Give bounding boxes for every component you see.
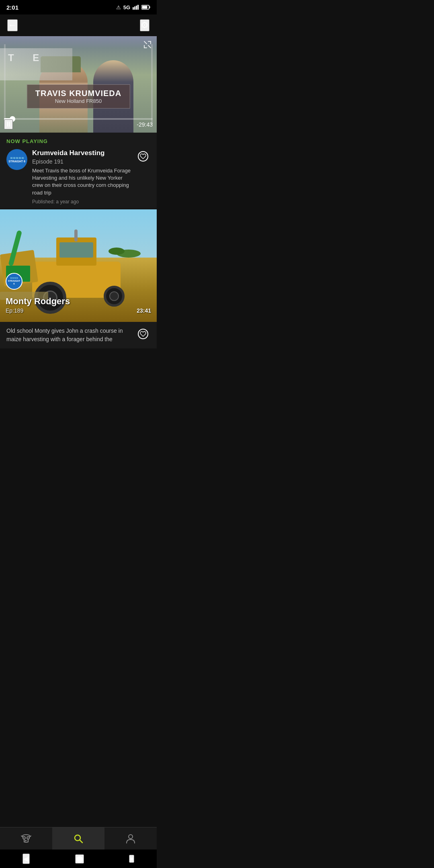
- video-description-row: Old school Monty gives John a crash cour…: [0, 322, 157, 348]
- favorite-button[interactable]: [136, 149, 150, 164]
- warning-icon: ⚠: [116, 4, 121, 10]
- video-duration: 23:41: [137, 307, 151, 314]
- episode-info: Krumveida Harvesting Episode 191 Meet Tr…: [32, 149, 131, 205]
- settings-button[interactable]: ⚙: [140, 19, 149, 31]
- pause-button[interactable]: ⏸: [4, 119, 13, 129]
- now-playing-section: NOW PLAYING ≋≋≋≋≋ STRAIGHT 6 Krumveida H…: [0, 133, 157, 209]
- svg-rect-3: [137, 5, 139, 10]
- video-player[interactable]: T E TRAVIS KRUMVIEDA New Holland FR850 ⏸…: [0, 36, 157, 133]
- network-label: 5G: [123, 4, 130, 10]
- top-nav: ← ⚙: [0, 14, 157, 36]
- svg-rect-1: [134, 6, 135, 10]
- episode-published: Published: a year ago: [32, 199, 131, 205]
- next-video-card[interactable]: ≋≋≋≋ STRAIGHT6 Monty Rodgers Ep:189 23:4…: [0, 209, 157, 322]
- channel-avatar-small: ≋≋≋≋ STRAIGHT6: [6, 273, 23, 290]
- status-time: 2:01: [6, 4, 18, 11]
- video-overlay-info: TRAVIS KRUMVIEDA New Holland FR850: [27, 84, 130, 108]
- video-card-info: Monty Rodgers Ep:189: [6, 296, 151, 314]
- episode-description: Meet Travis the boss of Krumveida Forage…: [32, 167, 131, 197]
- svg-rect-0: [133, 7, 134, 10]
- heart-icon: [138, 151, 148, 162]
- channel-avatar: ≋≋≋≋≋ STRAIGHT 6: [6, 149, 27, 170]
- status-bar: 2:01 ⚠ 5G: [0, 0, 157, 14]
- expand-icon[interactable]: [143, 40, 152, 51]
- now-playing-label: NOW PLAYING: [6, 138, 150, 144]
- time-remaining: -29:43: [137, 121, 153, 128]
- battery-icon: [141, 5, 150, 10]
- next-video-title: Monty Rodgers: [6, 296, 151, 307]
- next-video-favorite-button[interactable]: [136, 327, 150, 341]
- player-controls: ⏸ -29:43: [4, 119, 153, 129]
- episode-title: Krumveida Harvesting: [32, 149, 131, 157]
- next-heart-icon: [138, 329, 148, 339]
- current-episode-card: ≋≋≋≋≋ STRAIGHT 6 Krumveida Harvesting Ep…: [6, 149, 150, 205]
- svg-rect-5: [149, 6, 150, 8]
- svg-rect-6: [142, 6, 147, 9]
- channel-name-logo: STRAIGHT 6: [8, 160, 25, 163]
- video-equipment-label: New Holland FR850: [35, 98, 122, 104]
- next-video-description: Old school Monty gives John a crash cour…: [6, 327, 132, 344]
- svg-rect-2: [136, 6, 137, 10]
- episode-number: Episode 191: [32, 158, 131, 165]
- signal-icon: [133, 5, 139, 10]
- video-subject-name: TRAVIS KRUMVIEDA: [35, 89, 122, 98]
- next-video-episode: Ep:189: [6, 307, 151, 314]
- back-button[interactable]: ←: [7, 19, 18, 31]
